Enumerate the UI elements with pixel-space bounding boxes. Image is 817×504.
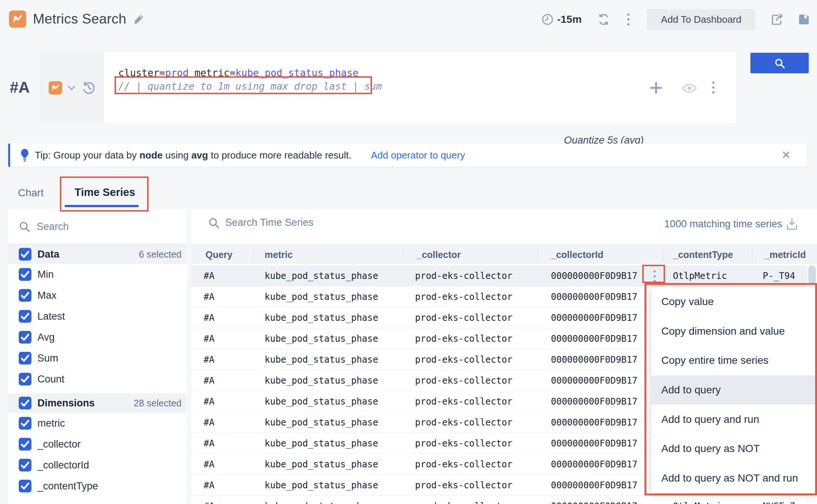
cell-collector[interactable]: prod-eks-collector <box>415 349 512 370</box>
context-menu-item[interactable]: Copy entire time series <box>651 346 816 375</box>
cell-query[interactable]: #A <box>204 454 214 475</box>
chevron-down-icon[interactable] <box>67 85 76 90</box>
cell-collectorId[interactable]: 000000000F0D9B17 <box>551 370 637 391</box>
save-icon[interactable] <box>798 13 810 26</box>
cell-collectorId[interactable]: 000000000F0D9B17 <box>551 328 637 349</box>
cell-collectorId[interactable]: 000000000F0D9B17 <box>551 391 637 412</box>
cell-metric[interactable]: kube_pod_status_phase <box>265 412 378 433</box>
facet-group-header[interactable]: Data6 selected <box>8 245 187 264</box>
checkbox-checked[interactable] <box>19 397 31 409</box>
table-row[interactable]: #Akube_pod_status_phaseprod-eks-collecto… <box>191 265 807 286</box>
checkbox-checked[interactable] <box>19 289 31 302</box>
checkbox-checked[interactable] <box>19 352 31 365</box>
facet-item[interactable]: _contentType <box>8 476 187 497</box>
facet-item[interactable]: Latest <box>8 306 187 327</box>
cell-metric[interactable]: kube_pod_status_phase <box>265 286 378 307</box>
cell-metric[interactable]: kube_pod_status_phase <box>265 454 378 475</box>
column-header[interactable]: _contentType <box>673 245 733 264</box>
time-range-icon[interactable] <box>542 13 554 25</box>
close-tip-icon[interactable]: ✕ <box>782 149 790 161</box>
cell-query[interactable]: #A <box>204 328 214 349</box>
cell-collectorId[interactable]: 000000000F0D9B17 <box>551 286 637 307</box>
checkbox-checked[interactable] <box>19 248 31 261</box>
tab-chart[interactable]: Chart <box>18 187 43 199</box>
cell-query[interactable]: #A <box>204 349 214 370</box>
share-icon[interactable] <box>771 13 784 26</box>
context-menu-item[interactable]: Add to query as NOT <box>651 434 816 464</box>
row-kebab-icon[interactable] <box>653 270 656 282</box>
query-row-more-icon[interactable] <box>712 82 714 93</box>
checkbox-checked[interactable] <box>19 268 31 281</box>
add-to-dashboard-button[interactable]: Add To Dashboard <box>647 9 756 30</box>
cell-metricId[interactable]: P-_T94 <box>763 265 795 286</box>
eye-icon[interactable] <box>682 83 697 93</box>
cell-collectorId[interactable]: 000000000F0D9B17 <box>551 454 637 475</box>
cell-collectorId[interactable]: 000000000F0D9B17 <box>551 349 637 370</box>
cell-query[interactable]: #A <box>204 265 214 286</box>
metrics-query-icon[interactable] <box>49 81 62 95</box>
cell-collectorId[interactable]: 000000000F0D9B17 <box>551 265 637 286</box>
facet-item[interactable]: _collector <box>8 434 187 455</box>
cell-query[interactable]: #A <box>204 433 214 454</box>
cell-query[interactable]: #A <box>204 496 214 504</box>
checkbox-checked[interactable] <box>19 331 31 344</box>
cell-query[interactable]: #A <box>204 475 214 496</box>
cell-collectorId[interactable]: 000000000F0D9B17 <box>551 412 637 433</box>
cell-collector[interactable]: prod-eks-collector <box>415 475 512 496</box>
cell-collector[interactable]: prod-eks-collector <box>415 265 512 286</box>
cell-contentType[interactable]: OtlpMetric <box>673 496 727 504</box>
cell-metricId[interactable]: NVSE_7 <box>763 496 795 504</box>
add-query-row-icon[interactable] <box>650 82 662 94</box>
edit-title-icon[interactable] <box>133 13 144 25</box>
facet-group-header[interactable]: Dimensions28 selected <box>8 393 187 413</box>
column-header[interactable]: metric <box>265 245 293 264</box>
checkbox-checked[interactable] <box>19 417 31 430</box>
query-history-icon[interactable] <box>82 81 96 95</box>
cell-metric[interactable]: kube_pod_status_phase <box>265 496 378 504</box>
facet-item[interactable]: metric <box>8 413 187 434</box>
cell-metric[interactable]: kube_pod_status_phase <box>265 433 378 454</box>
cell-metric[interactable]: kube_pod_status_phase <box>265 349 378 370</box>
cell-metric[interactable]: kube_pod_status_phase <box>265 475 378 496</box>
context-menu-item[interactable]: Copy value <box>651 287 816 317</box>
facet-item[interactable]: Min <box>8 264 187 285</box>
time-series-search[interactable] <box>208 217 382 228</box>
column-header[interactable]: _collector <box>417 245 461 264</box>
refresh-icon[interactable] <box>597 13 610 26</box>
checkbox-checked[interactable] <box>19 480 31 492</box>
facet-item[interactable]: Sum <box>8 348 187 369</box>
scrollbar-thumb[interactable] <box>808 265 816 285</box>
cell-metric[interactable]: kube_pod_status_phase <box>265 328 378 349</box>
checkbox-checked[interactable] <box>19 373 31 385</box>
facet-item[interactable]: Max <box>8 285 187 306</box>
cell-query[interactable]: #A <box>204 307 214 328</box>
run-search-button[interactable] <box>750 53 809 73</box>
cell-collectorId[interactable]: 000000000F0D9B17 <box>551 433 637 454</box>
time-series-search-input[interactable] <box>225 217 382 228</box>
query-line2-comment[interactable]: // | quantize to 1m using max drop last … <box>118 81 382 92</box>
cell-query[interactable]: #A <box>204 412 214 433</box>
cell-collector[interactable]: prod-eks-collector <box>415 370 512 391</box>
context-menu-item[interactable]: Add to query <box>651 375 816 405</box>
facet-search[interactable] <box>8 209 187 245</box>
cell-collector[interactable]: prod-eks-collector <box>415 433 512 454</box>
cell-collector[interactable]: prod-eks-collector <box>415 328 512 349</box>
cell-metric[interactable]: kube_pod_status_phase <box>265 370 378 391</box>
add-operator-link[interactable]: Add operator to query <box>371 150 465 161</box>
header-more-menu-icon[interactable] <box>627 13 629 25</box>
cell-collector[interactable]: prod-eks-collector <box>415 454 512 475</box>
facet-search-input[interactable] <box>37 221 149 233</box>
column-header[interactable]: _metricId <box>764 245 806 264</box>
context-menu-item[interactable]: Copy dimension and value <box>651 317 816 346</box>
context-menu-item[interactable]: Add to query and run <box>651 405 816 434</box>
cell-query[interactable]: #A <box>204 391 214 412</box>
checkbox-checked[interactable] <box>19 459 31 471</box>
facet-item[interactable]: _collectorId <box>8 455 187 476</box>
cell-collectorId[interactable]: 000000000F0D9B17 <box>551 496 637 504</box>
tab-time-series[interactable]: Time Series <box>74 186 135 199</box>
cell-collector[interactable]: prod-eks-collector <box>415 496 512 504</box>
cell-collector[interactable]: prod-eks-collector <box>415 286 512 307</box>
table-row[interactable]: #Akube_pod_status_phaseprod-eks-collecto… <box>191 496 807 504</box>
download-icon[interactable] <box>786 218 798 230</box>
cell-collectorId[interactable]: 000000000F0D9B17 <box>551 475 637 496</box>
